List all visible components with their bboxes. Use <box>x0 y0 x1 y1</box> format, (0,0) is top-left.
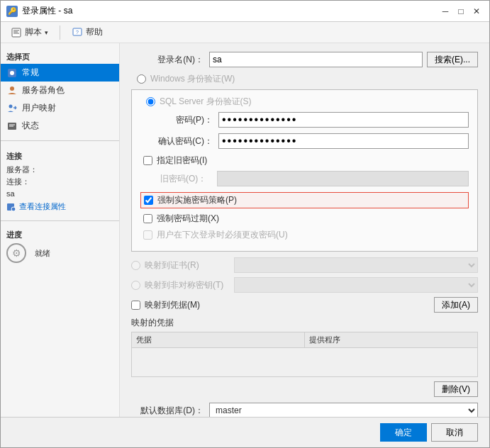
script-label: 脚本 <box>25 26 42 38</box>
map-to-asymmetric-radio[interactable] <box>131 281 140 290</box>
enforce-expiration-label: 强制密码过期(X) <box>157 213 219 225</box>
view-connection-icon <box>6 202 16 212</box>
svg-point-7 <box>10 71 14 75</box>
map-to-credential-label: 映射到凭据(M) <box>145 299 230 311</box>
old-password-input[interactable] <box>217 171 469 186</box>
svg-point-9 <box>9 104 13 108</box>
enforce-expiration-checkbox[interactable] <box>143 214 152 223</box>
default-db-row: 默认数据库(D)： master <box>131 403 478 417</box>
map-to-asymmetric-select[interactable] <box>234 277 478 293</box>
maximize-button[interactable]: □ <box>454 4 468 18</box>
credential-col-header: 凭据 <box>132 332 305 347</box>
confirm-password-input[interactable] <box>218 133 469 149</box>
view-connection-link[interactable]: 查看连接属性 <box>6 200 113 213</box>
provider-col-header: 提供程序 <box>305 332 477 347</box>
main-content: 选择页 常规 服务器角色 <box>1 43 489 417</box>
login-name-input[interactable] <box>209 52 423 67</box>
mapped-credentials-label: 映射的凭据 <box>131 317 174 329</box>
confirm-password-row: 确认密码(C)： <box>140 133 469 149</box>
sidebar-divider-2 <box>1 220 119 221</box>
sidebar-item-user-mapping[interactable]: 用户映射 <box>1 99 119 117</box>
specify-old-password-row: 指定旧密码(I) <box>140 155 469 167</box>
content-area: 登录名(N)： 搜索(E)... Windows 身份验证(W) SQL Ser… <box>120 43 489 417</box>
general-icon <box>6 67 18 79</box>
credentials-table-header-row: 映射的凭据 <box>131 317 478 329</box>
close-button[interactable]: ✕ <box>469 4 484 18</box>
sql-auth-label: SQL Server 身份验证(S) <box>160 96 252 108</box>
window-title: 登录属性 - sa <box>22 5 438 17</box>
script-button[interactable]: 脚本 ▾ <box>6 25 52 40</box>
connection-section: 连接 服务器： 连接： sa 查看连接属性 <box>1 147 119 215</box>
sidebar-item-status[interactable]: 状态 <box>1 117 119 135</box>
window-icon: 🔑 <box>6 6 18 17</box>
default-db-label: 默认数据库(D)： <box>131 405 209 417</box>
script-icon <box>11 27 22 38</box>
default-db-select[interactable]: master <box>209 403 478 417</box>
svg-rect-0 <box>12 28 21 37</box>
login-name-label: 登录名(N)： <box>131 54 209 66</box>
enforce-policy-checkbox[interactable] <box>144 196 153 205</box>
mapping-section: 映射到证书(R) 映射到非对称密钥(T) 映射到凭据(M) <box>131 257 478 397</box>
specify-old-password-checkbox[interactable] <box>143 156 152 165</box>
main-window: 🔑 登录属性 - sa ─ □ ✕ 脚本 ▾ <box>0 0 490 448</box>
password-input[interactable] <box>218 112 469 128</box>
progress-text: 就绪 <box>35 248 50 259</box>
map-to-cert-row: 映射到证书(R) <box>131 257 478 273</box>
footer: 确定 取消 <box>1 417 489 447</box>
search-button[interactable]: 搜索(E)... <box>427 52 478 67</box>
delete-button-row: 删除(V) <box>131 381 478 397</box>
sidebar-item-status-label: 状态 <box>22 120 39 132</box>
script-dropdown-icon: ▾ <box>45 29 48 36</box>
add-credential-button[interactable]: 添加(A) <box>434 297 478 313</box>
password-row: 密码(P)： <box>140 112 469 128</box>
select-page-label: 选择页 <box>1 49 119 64</box>
status-icon <box>6 121 18 132</box>
delete-credential-button[interactable]: 删除(V) <box>434 381 478 397</box>
sidebar-item-server-roles[interactable]: 服务器角色 <box>1 82 119 99</box>
map-to-credential-checkbox[interactable] <box>131 301 140 310</box>
windows-auth-radio[interactable] <box>137 74 146 84</box>
help-icon: ? <box>72 27 83 38</box>
login-name-row: 登录名(N)： 搜索(E)... <box>131 52 478 67</box>
enforce-expiration-row: 强制密码过期(X) <box>140 213 469 225</box>
progress-section: 进度 ⚙ 就绪 <box>1 227 119 266</box>
windows-auth-radio-group: Windows 身份验证(W) <box>131 73 478 85</box>
connect-value: sa <box>6 189 15 198</box>
sidebar-item-server-roles-label: 服务器角色 <box>22 84 65 96</box>
map-to-credential-row: 映射到凭据(M) 添加(A) <box>131 297 478 313</box>
server-roles-icon <box>6 85 18 96</box>
sidebar-item-general-label: 常规 <box>22 67 39 79</box>
cancel-button[interactable]: 取消 <box>431 423 478 442</box>
svg-point-8 <box>10 86 14 91</box>
user-change-password-checkbox[interactable] <box>143 230 152 240</box>
help-button[interactable]: ? 帮助 <box>67 25 107 40</box>
user-mapping-icon <box>6 103 18 114</box>
bottom-section: 默认数据库(D)： master 默认语言(G)： Simplified Chi… <box>131 403 478 417</box>
password-label: 密码(P)： <box>140 114 218 126</box>
sidebar-item-user-mapping-label: 用户映射 <box>22 102 56 114</box>
map-to-cert-select[interactable] <box>234 257 478 273</box>
confirm-password-label: 确认密码(C)： <box>140 135 218 147</box>
ok-button[interactable]: 确定 <box>380 423 427 442</box>
sidebar-item-general[interactable]: 常规 <box>1 64 119 82</box>
credentials-table-body <box>132 348 477 376</box>
specify-old-password-label: 指定旧密码(I) <box>157 155 207 167</box>
sidebar: 选择页 常规 服务器角色 <box>1 43 120 417</box>
map-to-cert-label: 映射到证书(R) <box>145 259 230 271</box>
map-to-asymmetric-label: 映射到非对称密钥(T) <box>145 279 230 291</box>
old-password-row: 旧密码(O)： <box>140 171 469 186</box>
credentials-table-header: 凭据 提供程序 <box>132 332 477 348</box>
sql-auth-fieldset: SQL Server 身份验证(S) 密码(P)： 确认密码(C)： 指定旧密码… <box>131 89 478 252</box>
minimize-button[interactable]: ─ <box>438 4 452 18</box>
progress-status: ⚙ 就绪 <box>6 243 113 263</box>
connection-title: 连接 <box>6 151 113 162</box>
svg-text:?: ? <box>76 30 79 35</box>
title-buttons: ─ □ ✕ <box>438 4 484 18</box>
svg-point-17 <box>11 207 16 211</box>
credentials-table: 凭据 提供程序 <box>131 332 478 377</box>
toolbar: 脚本 ▾ ? 帮助 <box>1 22 489 43</box>
enforce-policy-row: 强制实施密码策略(P) <box>140 192 469 208</box>
windows-auth-label: Windows 身份验证(W) <box>150 73 235 85</box>
map-to-cert-radio[interactable] <box>131 261 140 270</box>
sql-auth-radio[interactable] <box>146 97 155 106</box>
